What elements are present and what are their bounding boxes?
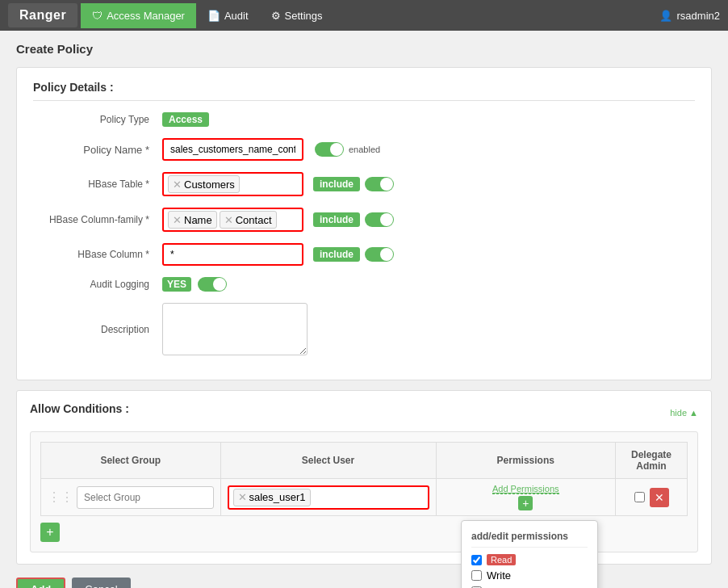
hbase-table-tag: ✕ Customers — [168, 175, 240, 193]
hbase-col-family-toggle-track[interactable] — [365, 212, 394, 227]
hbase-col-family-input[interactable]: ✕ Name ✕ Contact — [162, 208, 303, 232]
write-checkbox-row[interactable]: Write — [471, 569, 588, 582]
policy-name-row: Policy Name * enabled — [33, 138, 695, 161]
hbase-table-label: HBase Table * — [33, 178, 162, 190]
tag-name-remove-icon[interactable]: ✕ — [173, 214, 182, 226]
app-header: Ranger 🛡 Access Manager 📄 Audit ⚙ Settin… — [0, 0, 728, 31]
description-row: Description — [33, 303, 695, 355]
cancel-button[interactable]: Cancel — [72, 578, 130, 588]
bottom-buttons: Add Cancel — [16, 578, 712, 588]
select-user-input[interactable]: ✕ sales_user1 — [228, 485, 429, 510]
hbase-col-family-row: HBase Column-family * ✕ Name ✕ Contact i… — [33, 208, 695, 232]
policy-name-input[interactable] — [162, 138, 303, 161]
hbase-col-family-include-label: include — [313, 212, 360, 227]
conditions-table: Select Group Select User Permissions Del… — [40, 442, 688, 516]
add-button[interactable]: Add — [16, 578, 65, 588]
add-row-button[interactable]: + — [40, 523, 60, 542]
hbase-column-include-label: include — [313, 247, 360, 262]
permissions-cell: Add Permissions + — [436, 479, 616, 516]
table-row: ⋮⋮ ✕ sales_user1 — [41, 479, 688, 516]
app-logo: Ranger — [8, 3, 77, 27]
audit-logging-label: Audit Logging — [33, 279, 162, 290]
col-select-group: Select Group — [41, 443, 221, 479]
write-label: Write — [487, 569, 511, 582]
page-title: Create Policy — [16, 42, 712, 56]
hbase-col-family-tag-contact: ✕ Contact — [220, 211, 277, 229]
audit-logging-row: Audit Logging YES — [33, 277, 695, 292]
policy-details-title: Policy Details : — [33, 81, 695, 101]
hbase-table-input[interactable]: ✕ Customers — [162, 172, 303, 196]
read-checkbox-row[interactable]: Read — [471, 554, 588, 565]
hbase-column-row: HBase Column * include — [33, 243, 695, 266]
sales-user-tag: ✕ sales_user1 — [233, 489, 311, 506]
select-user-cell: ✕ sales_user1 — [220, 479, 436, 516]
tag-remove-user-icon[interactable]: ✕ — [238, 491, 247, 503]
description-label: Description — [33, 324, 162, 335]
policy-name-label: Policy Name * — [33, 144, 162, 156]
col-permissions: Permissions — [436, 443, 616, 479]
nav-access-manager-label: Access Manager — [107, 10, 185, 22]
policy-name-toggle[interactable]: enabled — [315, 142, 380, 157]
nav-audit-label: Audit — [224, 10, 249, 22]
yes-badge: YES — [162, 277, 191, 292]
policy-details-card: Policy Details : Policy Type Access Poli… — [16, 67, 712, 380]
drag-handle-icon: ⋮⋮ — [48, 489, 73, 505]
enabled-label: enabled — [349, 145, 380, 154]
add-permissions-button[interactable]: Add Permissions + — [443, 484, 609, 510]
description-textarea[interactable] — [162, 303, 308, 355]
hbase-col-family-include-toggle[interactable]: include — [313, 212, 394, 227]
hbase-table-include-toggle[interactable]: include — [313, 177, 394, 191]
write-checkbox[interactable] — [471, 570, 482, 581]
hbase-table-toggle-track[interactable] — [365, 177, 394, 191]
nav-audit[interactable]: 📄 Audit — [196, 3, 260, 28]
username-label: rsadmin2 — [677, 10, 720, 22]
hbase-table-include-label: include — [313, 177, 360, 191]
col-delegate-admin: DelegateAdmin — [616, 443, 688, 479]
audit-toggle-knob — [213, 278, 226, 291]
hbase-column-input[interactable] — [162, 243, 303, 266]
hbase-col-family-label: HBase Column-family * — [33, 214, 162, 225]
enabled-toggle-knob — [330, 143, 343, 156]
delete-row-button[interactable]: ✕ — [650, 488, 669, 507]
shield-icon: 🛡 — [92, 10, 103, 22]
policy-type-row: Policy Type Access — [33, 112, 695, 127]
page-content: Create Policy Policy Details : Policy Ty… — [0, 31, 728, 588]
settings-icon: ⚙ — [271, 10, 281, 22]
hbase-column-label: HBase Column * — [33, 249, 162, 260]
tag-contact-remove-icon[interactable]: ✕ — [224, 214, 233, 226]
permissions-popup: add/edit permissions Read Write Create A… — [461, 520, 598, 588]
nav-access-manager[interactable]: 🛡 Access Manager — [81, 3, 196, 28]
hbase-table-row: HBase Table * ✕ Customers include — [33, 172, 695, 196]
user-area: 👤 rsadmin2 — [659, 10, 720, 22]
policy-type-label: Policy Type — [33, 114, 162, 125]
add-permissions-plus-icon[interactable]: + — [518, 496, 533, 510]
enabled-toggle-track[interactable] — [315, 142, 344, 157]
select-group-cell: ⋮⋮ — [41, 479, 221, 516]
tag-remove-icon[interactable]: ✕ — [173, 178, 182, 191]
read-checkbox[interactable] — [471, 555, 482, 565]
hbase-column-include-toggle[interactable]: include — [313, 247, 394, 262]
hbase-table-toggle-knob — [380, 178, 393, 191]
audit-toggle-track[interactable] — [198, 277, 227, 292]
hbase-column-toggle-track[interactable] — [365, 247, 394, 262]
user-icon: 👤 — [659, 10, 672, 22]
allow-conditions-title: Allow Conditions : — [30, 402, 129, 415]
col-select-user: Select User — [220, 443, 436, 479]
hbase-col-family-toggle-knob — [380, 213, 393, 226]
nav-settings-label: Settings — [285, 10, 323, 22]
hbase-column-toggle-knob — [380, 248, 393, 261]
popup-title: add/edit permissions — [471, 531, 588, 548]
read-label: Read — [487, 554, 516, 565]
delegate-admin-cell: ✕ — [616, 479, 688, 516]
nav-settings[interactable]: ⚙ Settings — [260, 3, 334, 28]
hide-link[interactable]: hide ▲ — [670, 408, 698, 418]
delegate-admin-checkbox[interactable] — [634, 492, 645, 502]
audit-icon: 📄 — [207, 10, 220, 22]
select-group-input[interactable] — [77, 486, 214, 509]
audit-logging-toggle[interactable]: YES — [162, 277, 227, 292]
policy-type-badge: Access — [162, 112, 209, 127]
allow-conditions-section: Allow Conditions : hide ▲ Select Group S… — [16, 390, 712, 565]
hbase-col-family-tag-name: ✕ Name — [168, 211, 217, 229]
